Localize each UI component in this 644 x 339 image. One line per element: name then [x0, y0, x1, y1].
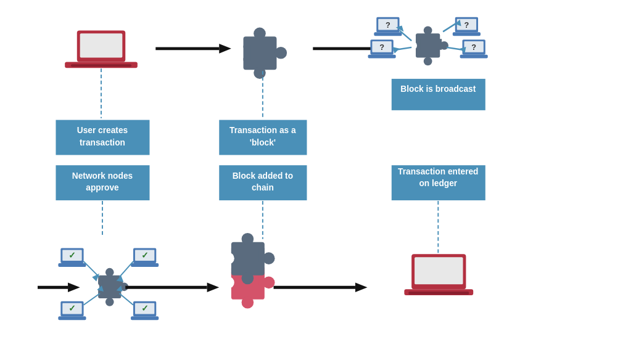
arrow-head-left-bottom	[68, 282, 80, 292]
network-center-puzzle	[408, 27, 448, 66]
svg-text:✓: ✓	[141, 304, 149, 313]
network-laptop-ml: ?	[368, 39, 396, 58]
puzzle-icon-1	[234, 28, 287, 79]
svg-rect-16	[374, 32, 402, 36]
label-box-3	[392, 79, 485, 110]
label-text-4b: approve	[86, 183, 119, 192]
label-text-2b: 'block'	[250, 138, 276, 147]
svg-point-7	[424, 27, 432, 35]
svg-text:✓: ✓	[68, 251, 76, 260]
svg-point-8	[424, 57, 432, 66]
network-laptop-tr: ?	[453, 17, 481, 36]
check-arrow-br	[119, 293, 133, 305]
check-arrow-tr	[119, 261, 133, 277]
laptop-bottom-right	[404, 254, 473, 295]
svg-rect-77	[408, 292, 469, 295]
check-arrow-bl	[84, 293, 100, 305]
check-laptop-tl: ✓	[58, 248, 86, 267]
label-text-6b: on ledger	[419, 179, 457, 188]
puzzle-top-dark	[222, 233, 275, 284]
laptop-keyboard-1	[71, 64, 131, 67]
svg-text:?: ?	[471, 43, 476, 52]
svg-rect-20	[453, 32, 481, 36]
svg-point-69	[242, 272, 254, 285]
check-laptop-tr: ✓	[131, 248, 159, 267]
laptop-screen-inner-1	[80, 33, 123, 57]
svg-rect-73	[258, 248, 265, 262]
net-arrow-tr	[443, 23, 456, 32]
svg-rect-12	[437, 39, 442, 50]
svg-text:✓: ✓	[141, 251, 149, 260]
check-laptop-bl: ✓	[58, 301, 86, 320]
svg-rect-24	[368, 55, 396, 59]
svg-rect-51	[58, 316, 86, 320]
svg-point-35	[105, 298, 114, 306]
svg-point-64	[222, 277, 234, 289]
main-diagram-svg: User creates transaction Transaction as …	[14, 12, 630, 327]
network-laptop-tl: ?	[374, 17, 402, 36]
label-text-4a: Network nodes	[72, 171, 133, 181]
svg-point-68	[242, 233, 254, 245]
label-text-1b: transaction	[80, 138, 125, 147]
label-text-1a: User creates	[77, 126, 128, 135]
svg-point-1	[254, 28, 266, 40]
svg-rect-43	[58, 263, 86, 267]
svg-point-4	[275, 47, 287, 59]
svg-point-62	[242, 296, 254, 309]
label-text-2a: Transaction as a	[229, 126, 296, 135]
svg-point-10	[408, 41, 417, 50]
svg-rect-75	[415, 257, 463, 284]
svg-text:?: ?	[464, 20, 469, 30]
label-text-5b: chain	[252, 183, 274, 192]
svg-text:?: ?	[386, 20, 390, 30]
svg-rect-47	[131, 263, 159, 267]
arrow-head-1	[219, 44, 231, 54]
svg-text:?: ?	[379, 43, 384, 52]
svg-text:✓: ✓	[68, 304, 76, 313]
blockchain-diagram: User creates transaction Transaction as …	[0, 0, 644, 339]
label-text-5a: Block added to	[233, 171, 293, 181]
svg-rect-5	[244, 46, 251, 61]
check-laptop-br: ✓	[131, 301, 159, 320]
svg-point-34	[105, 268, 114, 277]
label-text-6a: Transaction entered	[398, 167, 478, 176]
svg-point-2	[254, 67, 266, 79]
arrow-head-b3	[355, 282, 368, 292]
label-text-3a: Block is broadcast	[400, 84, 476, 94]
svg-point-71	[222, 252, 234, 264]
svg-rect-28	[460, 55, 488, 59]
arrow-head-b2	[207, 282, 220, 292]
svg-rect-55	[131, 316, 159, 320]
